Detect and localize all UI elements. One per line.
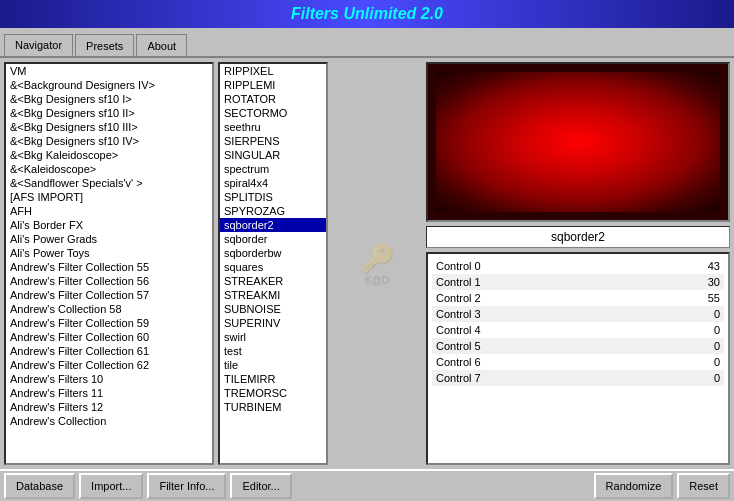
list-item[interactable]: AFH bbox=[6, 204, 212, 218]
list-item[interactable]: VM bbox=[6, 64, 212, 78]
control-value: 0 bbox=[680, 356, 720, 368]
list-item[interactable]: [AFS IMPORT] bbox=[6, 190, 212, 204]
preview-image bbox=[426, 62, 730, 222]
control-value: 43 bbox=[680, 260, 720, 272]
control-row: Control 70 bbox=[432, 370, 724, 386]
filter-item[interactable]: SUBNOISE bbox=[220, 302, 326, 316]
filter-item[interactable]: seethru bbox=[220, 120, 326, 134]
filter-info-button[interactable]: Filter Info... bbox=[147, 473, 226, 499]
control-name: Control 1 bbox=[436, 276, 680, 288]
filter-item[interactable]: sqborderbw bbox=[220, 246, 326, 260]
list-item[interactable]: Ali's Power Toys bbox=[6, 246, 212, 260]
list-item[interactable]: Andrew's Filters 12 bbox=[6, 400, 212, 414]
preview-area: sqborder2 Control 043Control 130Control … bbox=[426, 62, 730, 465]
control-row: Control 60 bbox=[432, 354, 724, 370]
randomize-button[interactable]: Randomize bbox=[594, 473, 674, 499]
control-row: Control 30 bbox=[432, 306, 724, 322]
filter-item[interactable]: squares bbox=[220, 260, 326, 274]
list-item[interactable]: Andrew's Filter Collection 61 bbox=[6, 344, 212, 358]
control-row: Control 130 bbox=[432, 274, 724, 290]
control-value: 30 bbox=[680, 276, 720, 288]
filter-item[interactable]: TREMORSC bbox=[220, 386, 326, 400]
database-button[interactable]: Database bbox=[4, 473, 75, 499]
tab-presets[interactable]: Presets bbox=[75, 34, 134, 56]
editor-button[interactable]: Editor... bbox=[230, 473, 291, 499]
control-value: 0 bbox=[680, 372, 720, 384]
list-item[interactable]: &<Bkg Designers sf10 III> bbox=[6, 120, 212, 134]
controls-panel: Control 043Control 130Control 255Control… bbox=[426, 252, 730, 465]
filter-item[interactable]: tile bbox=[220, 358, 326, 372]
tab-navigator[interactable]: Navigator bbox=[4, 34, 73, 56]
control-row: Control 40 bbox=[432, 322, 724, 338]
list-item[interactable]: Andrew's Filter Collection 57 bbox=[6, 288, 212, 302]
reset-button[interactable]: Reset bbox=[677, 473, 730, 499]
filter-item[interactable]: STREAKMI bbox=[220, 288, 326, 302]
control-name: Control 5 bbox=[436, 340, 680, 352]
filter-item[interactable]: swirl bbox=[220, 330, 326, 344]
list-item[interactable]: Ali's Border FX bbox=[6, 218, 212, 232]
title-text: Filters Unlimited 2.0 bbox=[291, 5, 443, 23]
bottom-toolbar: Database Import... Filter Info... Editor… bbox=[0, 469, 734, 501]
list-item[interactable]: &<Bkg Kaleidoscope> bbox=[6, 148, 212, 162]
list-item[interactable]: Ali's Power Grads bbox=[6, 232, 212, 246]
filter-item[interactable]: SINGULAR bbox=[220, 148, 326, 162]
control-value: 55 bbox=[680, 292, 720, 304]
control-value: 0 bbox=[680, 324, 720, 336]
tab-about[interactable]: About bbox=[136, 34, 187, 56]
control-name: Control 7 bbox=[436, 372, 680, 384]
preview-label: sqborder2 bbox=[426, 226, 730, 248]
control-name: Control 6 bbox=[436, 356, 680, 368]
filter-item[interactable]: ROTATOR bbox=[220, 92, 326, 106]
import-button[interactable]: Import... bbox=[79, 473, 143, 499]
list-item[interactable]: &<Background Designers IV> bbox=[6, 78, 212, 92]
list-item[interactable]: &<Bkg Designers sf10 I> bbox=[6, 92, 212, 106]
list-item[interactable]: Andrew's Collection bbox=[6, 414, 212, 428]
control-name: Control 4 bbox=[436, 324, 680, 336]
filter-item[interactable]: SUPERINV bbox=[220, 316, 326, 330]
list-item[interactable]: Andrew's Filter Collection 60 bbox=[6, 330, 212, 344]
filter-item[interactable]: sqborder2 bbox=[220, 218, 326, 232]
control-row: Control 043 bbox=[432, 258, 724, 274]
list-item[interactable]: &<Sandflower Specials'v' > bbox=[6, 176, 212, 190]
list-item[interactable]: &<Kaleidoscope> bbox=[6, 162, 212, 176]
filter-item[interactable]: TILEMIRR bbox=[220, 372, 326, 386]
navigator-list[interactable]: VM&<Background Designers IV>&<Bkg Design… bbox=[4, 62, 214, 465]
filter-item[interactable]: spiral4x4 bbox=[220, 176, 326, 190]
control-row: Control 255 bbox=[432, 290, 724, 306]
filter-item[interactable]: RIPPIXEL bbox=[220, 64, 326, 78]
control-row: Control 50 bbox=[432, 338, 724, 354]
control-value: 0 bbox=[680, 340, 720, 352]
filter-item[interactable]: RIPPLEMI bbox=[220, 78, 326, 92]
control-name: Control 0 bbox=[436, 260, 680, 272]
list-item[interactable]: &<Bkg Designers sf10 IV> bbox=[6, 134, 212, 148]
filter-item[interactable]: SIERPENS bbox=[220, 134, 326, 148]
main-content: VM&<Background Designers IV>&<Bkg Design… bbox=[0, 58, 734, 469]
watermark-text: K@D bbox=[360, 275, 395, 286]
control-name: Control 2 bbox=[436, 292, 680, 304]
list-item[interactable]: Andrew's Filters 11 bbox=[6, 386, 212, 400]
list-item[interactable]: &<Bkg Designers sf10 II> bbox=[6, 106, 212, 120]
control-value: 0 bbox=[680, 308, 720, 320]
filter-item[interactable]: SECTORMO bbox=[220, 106, 326, 120]
filter-item[interactable]: TURBINEM bbox=[220, 400, 326, 414]
list-item[interactable]: Andrew's Filter Collection 62 bbox=[6, 358, 212, 372]
filter-list[interactable]: RIPPIXELRIPPLEMIROTATORSECTORMOseethruSI… bbox=[218, 62, 328, 465]
filter-item[interactable]: spectrum bbox=[220, 162, 326, 176]
control-name: Control 3 bbox=[436, 308, 680, 320]
filter-item[interactable]: sqborder bbox=[220, 232, 326, 246]
tab-bar: Navigator Presets About bbox=[0, 28, 734, 58]
title-bar: Filters Unlimited 2.0 bbox=[0, 0, 734, 28]
filter-item[interactable]: SPLITDIS bbox=[220, 190, 326, 204]
list-item[interactable]: Andrew's Collection 58 bbox=[6, 302, 212, 316]
list-item[interactable]: Andrew's Filter Collection 56 bbox=[6, 274, 212, 288]
filter-item[interactable]: test bbox=[220, 344, 326, 358]
filter-item[interactable]: STREAKER bbox=[220, 274, 326, 288]
filter-item[interactable]: SPYROZAG bbox=[220, 204, 326, 218]
watermark-area: 🔑 K@D bbox=[332, 62, 422, 465]
list-item[interactable]: Andrew's Filter Collection 59 bbox=[6, 316, 212, 330]
list-item[interactable]: Andrew's Filters 10 bbox=[6, 372, 212, 386]
middle-section: RIPPIXELRIPPLEMIROTATORSECTORMOseethruSI… bbox=[218, 62, 730, 465]
list-item[interactable]: Andrew's Filter Collection 55 bbox=[6, 260, 212, 274]
